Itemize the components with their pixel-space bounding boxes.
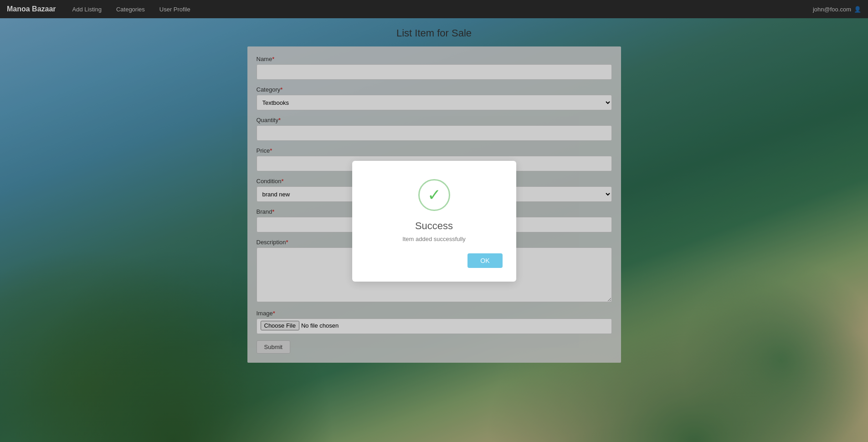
checkmark-icon: ✓ [427,187,441,203]
modal-title: Success [415,220,453,232]
modal-message: Item added successfully [402,236,466,242]
modal-ok-button[interactable]: OK [467,253,502,268]
modal-overlay: ✓ Success Item added successfully OK [0,0,868,442]
modal-icon-circle: ✓ [418,179,450,211]
success-modal: ✓ Success Item added successfully OK [352,161,516,282]
